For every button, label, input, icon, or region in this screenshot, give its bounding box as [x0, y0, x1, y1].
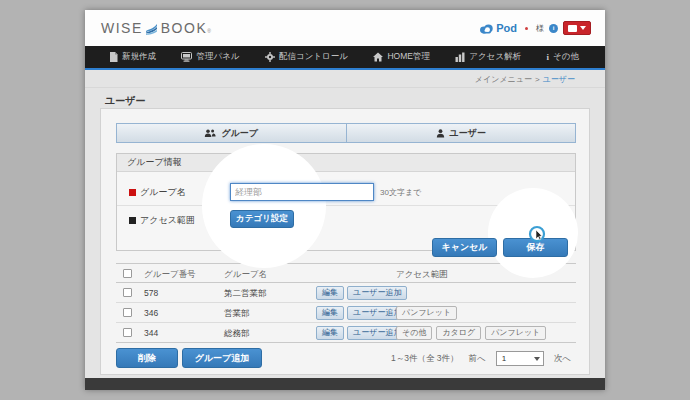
- header-access-scope: アクセス範囲: [396, 269, 448, 281]
- chevron-down-icon: [580, 26, 586, 30]
- breadcrumb-separator: >: [535, 75, 540, 84]
- group-name: 総務部: [224, 328, 250, 340]
- add-user-button[interactable]: ユーザー追加: [347, 286, 407, 300]
- top-right-cluster: Pod 様 i: [479, 21, 591, 35]
- header-group-name: グループ名: [224, 269, 267, 281]
- group-name: 第二営業部: [224, 288, 267, 300]
- tab-bar: グループ ユーザー: [116, 123, 576, 143]
- optional-bullet-icon: [129, 217, 136, 224]
- new-document-icon: [109, 52, 118, 62]
- group-icon: [204, 129, 216, 138]
- row-checkbox[interactable]: [123, 308, 132, 317]
- account-menu-button[interactable]: [563, 21, 591, 35]
- group-number: 578: [144, 288, 158, 298]
- nav-label-admin-panel: 管理パネル: [196, 51, 239, 63]
- cancel-button[interactable]: キャンセル: [432, 238, 497, 257]
- tab-user[interactable]: ユーザー: [346, 124, 576, 142]
- logo-wise-text: WISE: [101, 20, 143, 36]
- select-caret-icon: [534, 357, 540, 361]
- bottom-actions: 削除 グループ追加: [116, 348, 262, 368]
- main-card: グループ ユーザー グループ情報 グループ名 30文字まで アクセス範囲 カテゴ…: [100, 108, 590, 375]
- user-honorific: 様: [536, 23, 544, 34]
- spotlight-circle-input: [202, 144, 326, 268]
- table-row: 346 営業部 編集 ユーザー追加 パンフレット: [116, 303, 576, 323]
- scope-tag: パンフレット: [396, 306, 457, 320]
- logo-book-text: BOOK: [161, 20, 207, 36]
- click-cursor-icon: [528, 225, 548, 245]
- group-info-legend: グループ情報: [117, 154, 575, 172]
- row-checkbox[interactable]: [123, 328, 132, 337]
- pagination: 1～3件（全 3件） 前へ 1 次へ: [391, 351, 571, 366]
- page-select[interactable]: 1: [496, 351, 544, 366]
- nav-label-distribution-control: 配信コントロール: [279, 51, 348, 63]
- row-actions: 編集 ユーザー追加: [316, 306, 407, 320]
- edit-button[interactable]: 編集: [316, 326, 344, 340]
- breadcrumb: メインメニュー > ユーザー: [85, 72, 605, 88]
- pod-label: Pod: [496, 22, 517, 34]
- select-all-checkbox[interactable]: [123, 269, 132, 278]
- pod-logo[interactable]: Pod: [479, 22, 517, 34]
- nav-label-new: 新規作成: [122, 51, 156, 63]
- category-settings-button[interactable]: カテゴリ設定: [230, 210, 294, 228]
- access-scope-tags: その他 カタログ パンフレット: [396, 326, 546, 340]
- pagination-next[interactable]: 次へ: [554, 353, 571, 365]
- group-number: 344: [144, 328, 158, 338]
- row-checkbox[interactable]: [123, 288, 132, 297]
- nav-item-home-admin[interactable]: HOME管理: [373, 51, 430, 63]
- row-actions: 編集 ユーザー追加: [316, 286, 407, 300]
- monitor-icon: [181, 52, 192, 62]
- pagination-prev[interactable]: 前へ: [469, 353, 486, 365]
- tab-group-label: グループ: [221, 127, 258, 140]
- wisebook-logo[interactable]: WISE BOOK ®: [101, 20, 212, 36]
- tab-group[interactable]: グループ: [117, 124, 346, 142]
- book-icon: [144, 20, 160, 36]
- bar-chart-icon: [455, 52, 465, 62]
- group-number: 346: [144, 308, 158, 318]
- group-name: 営業部: [224, 308, 250, 320]
- breadcrumb-current-link[interactable]: ユーザー: [543, 74, 575, 85]
- top-bar: WISE BOOK ® Pod 様 i: [85, 10, 605, 46]
- notification-dot: [525, 27, 528, 30]
- edit-button[interactable]: 編集: [316, 306, 344, 320]
- gear-icon: [265, 52, 275, 62]
- header-group-number: グループ番号: [144, 269, 196, 281]
- nav-item-access-analytics[interactable]: アクセス解析: [455, 51, 521, 63]
- access-scope-tags: パンフレット: [396, 306, 457, 320]
- nav-item-distribution-control[interactable]: 配信コントロール: [265, 51, 348, 63]
- nav-label-home-admin: HOME管理: [387, 51, 430, 63]
- add-group-button[interactable]: グループ追加: [182, 348, 262, 368]
- cloud-icon: [479, 23, 494, 34]
- breadcrumb-parent: メインメニュー: [475, 74, 532, 85]
- main-nav: 新規作成 管理パネル 配信コントロール HOME管理 アクセス解析 i その他: [85, 46, 605, 70]
- group-name-label: グループ名: [129, 186, 186, 199]
- scope-tag: その他: [396, 326, 432, 340]
- scope-tag: パンフレット: [485, 326, 546, 340]
- logo-registered-mark: ®: [207, 28, 212, 34]
- nav-item-new[interactable]: 新規作成: [109, 51, 156, 63]
- group-name-input[interactable]: [230, 183, 374, 201]
- nav-item-other[interactable]: i その他: [547, 51, 579, 63]
- group-name-hint: 30文字まで: [380, 187, 421, 198]
- nav-item-admin-panel[interactable]: 管理パネル: [181, 51, 239, 63]
- nav-label-other: その他: [553, 51, 579, 63]
- page-title: ユーザー: [105, 94, 145, 108]
- info-icon: i: [547, 52, 550, 62]
- scope-tag: カタログ: [436, 326, 481, 340]
- table-row: 578 第二営業部 編集 ユーザー追加: [116, 283, 576, 303]
- row-actions: 編集 ユーザー追加: [316, 326, 407, 340]
- account-icon: [568, 25, 577, 32]
- group-table: グループ番号 グループ名 アクセス範囲 578 第二営業部 編集 ユーザー追加 …: [116, 263, 576, 343]
- table-row: 344 総務部 編集 ユーザー追加 その他 カタログ パンフレット: [116, 323, 576, 343]
- delete-button[interactable]: 削除: [116, 348, 178, 368]
- edit-button[interactable]: 編集: [316, 286, 344, 300]
- user-icon: [436, 129, 445, 138]
- info-badge-icon[interactable]: i: [549, 24, 558, 33]
- app-window: WISE BOOK ® Pod 様 i: [85, 10, 605, 390]
- page-footer: [85, 378, 605, 390]
- access-scope-label: アクセス範囲: [129, 214, 195, 227]
- required-bullet-icon: [129, 189, 136, 196]
- page-select-value: 1: [502, 354, 506, 363]
- nav-label-access-analytics: アクセス解析: [469, 51, 521, 63]
- home-icon: [373, 52, 383, 62]
- pagination-summary: 1～3件（全 3件）: [391, 353, 459, 365]
